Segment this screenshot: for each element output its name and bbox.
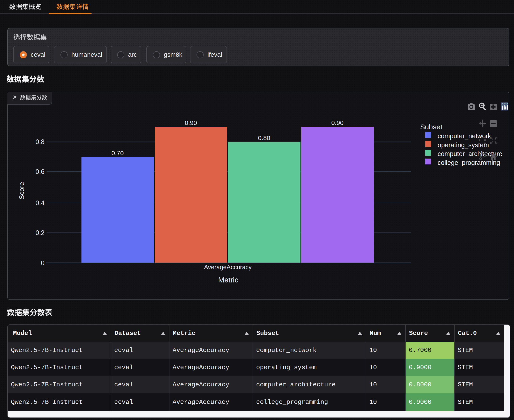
svg-text:0.70: 0.70 xyxy=(112,150,124,157)
svg-text:0: 0 xyxy=(41,259,45,267)
svg-text:0.6: 0.6 xyxy=(36,168,45,175)
svg-text:0.90: 0.90 xyxy=(185,119,197,126)
svg-text:Score: Score xyxy=(18,182,25,200)
svg-text:0.4: 0.4 xyxy=(36,199,45,207)
svg-text:0.8: 0.8 xyxy=(36,138,45,146)
svg-text:Subset: Subset xyxy=(420,123,442,131)
svg-text:AverageAccuracy: AverageAccuracy xyxy=(204,264,252,270)
svg-text:0.2: 0.2 xyxy=(36,229,45,236)
svg-text:Metric: Metric xyxy=(218,276,238,284)
svg-text:0.90: 0.90 xyxy=(331,119,343,126)
svg-text:0.80: 0.80 xyxy=(258,135,270,141)
